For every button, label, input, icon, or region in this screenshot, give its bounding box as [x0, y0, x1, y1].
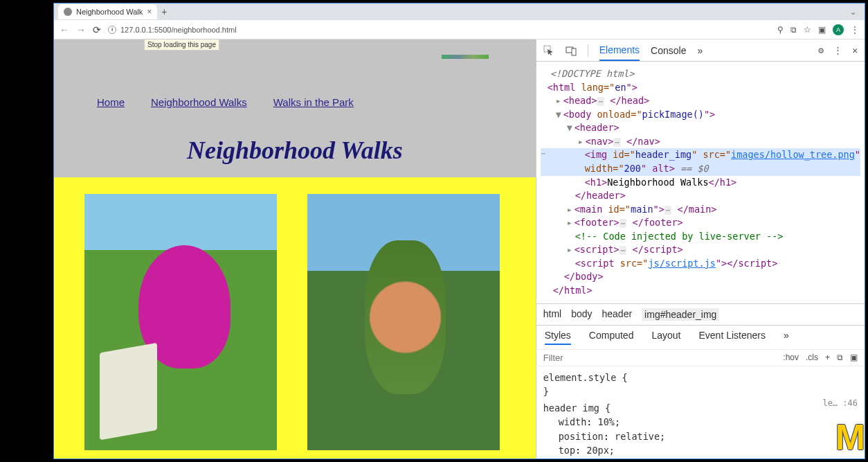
crumb-header[interactable]: header [602, 308, 633, 321]
reload-button[interactable]: ⟳ [93, 24, 101, 35]
styles-pane[interactable]: element.style { } header img { le… :46 w… [536, 366, 865, 459]
dom-head[interactable]: ▸<head>⋯ </head> [541, 94, 860, 108]
nav-link-neighborhood[interactable]: Neighborhood Walks [151, 96, 247, 108]
crumb-img[interactable]: img#header_img [642, 308, 719, 321]
tab-title: Neighborhood Walk [76, 8, 143, 16]
tab-favicon-icon [64, 8, 72, 16]
more-styles-tabs-icon[interactable]: » [784, 330, 789, 345]
content-area: Home Neighborhood Walks Walks in the Par… [54, 39, 865, 459]
side-panel-icon[interactable]: ▣ [818, 25, 826, 35]
crumb-body[interactable]: body [571, 308, 592, 321]
devtools-settings-icon[interactable]: ⚙ [818, 45, 824, 55]
zoom-icon[interactable]: ⚲ [777, 25, 784, 35]
box-model-icon[interactable]: ▣ [850, 353, 858, 362]
device-toolbar-icon[interactable] [566, 45, 577, 56]
browser-toolbar: ← → ⟳ i 127.0.0.1:5500/neighborhood.html… [54, 20, 865, 39]
nav-link-home[interactable]: Home [97, 96, 125, 108]
dom-comment[interactable]: <!-- Code injected by live-server --> [541, 230, 860, 244]
cls-toggle[interactable]: .cls [806, 353, 818, 362]
hov-toggle[interactable]: :hov [783, 353, 799, 362]
dom-doctype[interactable]: <!DOCTYPE html> [541, 67, 860, 81]
back-button[interactable]: ← [60, 24, 69, 35]
devtools-close-icon[interactable]: ✕ [852, 45, 858, 55]
page-header: Home Neighborhood Walks Walks in the Par… [54, 39, 536, 177]
css-prop-width[interactable]: width: 10%; [543, 415, 858, 429]
computed-tab[interactable]: Computed [589, 330, 634, 345]
address-bar[interactable]: i 127.0.0.1:5500/neighborhood.html [108, 26, 237, 34]
layout-tab[interactable]: Layout [651, 330, 680, 345]
styles-filter-row: :hov .cls + ⧉ ▣ [536, 349, 865, 366]
dom-html-close[interactable]: </html> [541, 284, 860, 298]
dom-header-img-2[interactable]: width="200" alt> == $0 [541, 162, 860, 176]
dom-tree[interactable]: <!DOCTYPE html> <html lang="en"> ▸<head>… [536, 62, 865, 303]
inspect-element-icon[interactable] [543, 45, 554, 56]
dom-nav[interactable]: ▸<nav>⋯ </nav> [541, 135, 860, 149]
browser-tab[interactable]: Neighborhood Walk × [58, 4, 157, 19]
page-nav: Home Neighborhood Walks Walks in the Par… [54, 51, 536, 108]
header-img-selector[interactable]: header img { [543, 401, 858, 415]
main-image-1 [84, 194, 277, 450]
tab-list-dropdown[interactable]: ⌄ [850, 8, 865, 17]
dom-html[interactable]: <html lang="en"> [541, 81, 860, 95]
dom-script2[interactable]: <script src="js/script.js"></script> [541, 257, 860, 271]
crumb-html[interactable]: html [543, 308, 561, 321]
element-style-selector[interactable]: element.style { [543, 371, 858, 384]
rule-close: } [543, 457, 858, 459]
main-image-2 [307, 194, 500, 450]
dom-body[interactable]: ▼<body onload="pickImage()"> [541, 108, 860, 122]
bookmark-star-icon[interactable]: ☆ [804, 25, 811, 35]
dom-header-img[interactable]: ⋯<img id="header_img" src="images/hollow… [541, 148, 860, 162]
close-tab-icon[interactable]: × [147, 7, 152, 17]
extensions-icon[interactable]: ⧉ [790, 25, 797, 35]
styles-tab[interactable]: Styles [545, 330, 571, 345]
new-tab-button[interactable]: + [157, 6, 171, 17]
page-title: Neighborhood Walks [54, 136, 536, 165]
styles-tabs: Styles Computed Layout Event Listeners » [536, 325, 865, 349]
browser-menu-icon[interactable]: ⋮ [851, 25, 859, 35]
dom-main[interactable]: ▸<main id="main">⋯ </main> [541, 203, 860, 217]
reload-tooltip: Stop loading this page [144, 39, 219, 51]
dom-breadcrumb: html body header img#header_img [536, 303, 865, 325]
css-prop-top[interactable]: top: 20px; [543, 443, 858, 457]
svg-rect-2 [572, 48, 576, 55]
site-info-icon[interactable]: i [108, 26, 116, 34]
flexbox-overlay-icon[interactable]: ⧉ [837, 353, 843, 362]
dom-header-close[interactable]: </header> [541, 189, 860, 203]
new-style-rule-icon[interactable]: + [825, 353, 830, 362]
more-tabs-icon[interactable]: » [697, 41, 703, 60]
dom-footer[interactable]: ▸<footer>⋯ </footer> [541, 216, 860, 230]
dom-header[interactable]: ▼<header> [541, 121, 860, 135]
profile-avatar[interactable]: A [833, 24, 844, 35]
css-prop-position[interactable]: position: relative; [543, 429, 858, 443]
nav-link-park[interactable]: Walks in the Park [273, 96, 354, 108]
forward-button[interactable]: → [76, 24, 86, 35]
elements-tab[interactable]: Elements [599, 40, 640, 61]
devtools-toolbar: Elements Console » ⚙ ⋮ ✕ [536, 39, 865, 62]
dom-h1[interactable]: <h1>Neighborhood Walks</h1> [541, 176, 860, 190]
event-listeners-tab[interactable]: Event Listeners [698, 330, 766, 345]
element-style-close: } [543, 384, 858, 398]
console-tab[interactable]: Console [651, 41, 686, 60]
browser-window: Neighborhood Walk × + ⌄ ← → ⟳ i 127.0.0.… [53, 3, 865, 459]
styles-filter-input[interactable] [543, 353, 660, 363]
dom-body-close[interactable]: </body> [541, 270, 860, 284]
header-image-thumb [442, 55, 489, 59]
style-source-link[interactable]: le… :46 [822, 397, 858, 409]
url-text: 127.0.0.1:5500/neighborhood.html [120, 26, 237, 34]
dom-script1[interactable]: ▸<script>⋯ </script> [541, 243, 860, 257]
devtools-menu-icon[interactable]: ⋮ [833, 45, 842, 55]
page-viewport[interactable]: Home Neighborhood Walks Walks in the Par… [54, 39, 536, 459]
devtools-panel: Elements Console » ⚙ ⋮ ✕ <!DOCTYPE html>… [536, 39, 865, 459]
page-main [54, 177, 536, 459]
tab-bar: Neighborhood Walk × + ⌄ [54, 3, 865, 20]
